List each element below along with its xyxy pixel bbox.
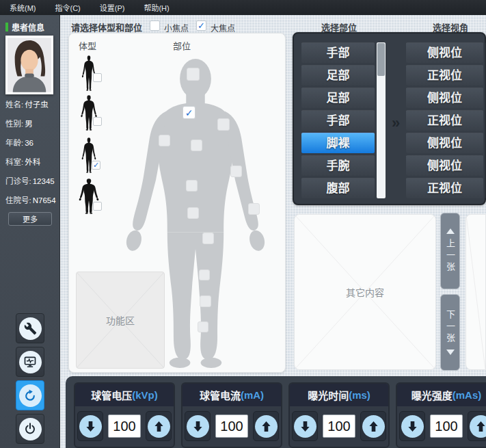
reset-button[interactable]	[16, 380, 44, 410]
exposure-time-decrease-button[interactable]	[292, 411, 318, 441]
next-image-button[interactable]: 下一张	[440, 294, 460, 371]
arrow-down-icon	[401, 415, 424, 438]
small-focus-label: 小焦点	[164, 22, 189, 34]
power-button[interactable]	[16, 414, 44, 444]
side-content-box	[465, 214, 486, 370]
unit-label: (mAs)	[453, 389, 482, 401]
part-point-pelvis[interactable]	[187, 207, 199, 219]
tube-current-decrease-button[interactable]	[185, 411, 211, 441]
part-item[interactable]: 手腕	[301, 155, 375, 176]
body-type-1-checkbox[interactable]	[93, 73, 102, 82]
function-area-box: 功能区	[76, 272, 165, 369]
part-point-knee[interactable]	[199, 269, 210, 280]
tube-current-value[interactable]	[215, 414, 248, 438]
large-focus-label: 大焦点	[211, 22, 235, 34]
part-list-scrollbar-thumb[interactable]	[377, 43, 385, 76]
exposure-time-title: 曝光时间(ms)	[290, 384, 388, 406]
tube-current-increase-button[interactable]	[253, 411, 279, 441]
part-point-abdomen[interactable]	[186, 180, 198, 192]
part-point-ankle[interactable]	[198, 321, 208, 332]
menu-item-settings[interactable]: 设置(P)	[90, 2, 135, 13]
part-point-thigh[interactable]	[202, 233, 214, 244]
body-type-label: 体型	[79, 39, 96, 52]
view-item[interactable]: 侧视位	[406, 133, 483, 153]
view-item[interactable]: 正视位	[406, 178, 483, 198]
part-item[interactable]: 手部	[301, 42, 375, 63]
body-type-2-checkbox[interactable]	[93, 117, 102, 126]
part-point-left-elbow[interactable]	[230, 166, 242, 177]
patient-info-sidebar: 患者信息 姓名:付子虫 性别:男 年龄:36 科室:外科 门诊号:12345 住…	[0, 15, 60, 448]
menu-item-help[interactable]: 帮助(H)	[134, 2, 178, 13]
exposure-time-increase-button[interactable]	[360, 411, 386, 441]
exposure-intensity-panel: 曝光强度(mAs)	[396, 382, 486, 448]
tube-current-title: 球管电流(mA)	[183, 384, 281, 406]
menu-item-command[interactable]: 指令(C)	[46, 2, 90, 13]
part-point-right-arm[interactable]	[159, 135, 170, 146]
placeholder-cross-lines	[466, 215, 485, 369]
arrow-up-icon	[148, 415, 170, 438]
wrench-button[interactable]	[16, 313, 44, 343]
reset-icon	[19, 384, 42, 407]
large-focus-checkbox[interactable]: ✓	[196, 21, 206, 31]
part-point-shin[interactable]	[200, 295, 211, 307]
other-content-box: 其它内容	[294, 214, 436, 370]
part-point-head[interactable]	[187, 68, 200, 81]
exposure-intensity-title: 曝光强度(mAs)	[397, 384, 486, 406]
small-focus-checkbox[interactable]	[150, 21, 160, 31]
unit-label: (ms)	[349, 389, 370, 401]
tool-buttons	[16, 313, 44, 447]
triangle-up-icon	[446, 228, 455, 234]
part-list: 手部 足部 足部 手部 脚裸 手腕 腹部	[301, 42, 375, 200]
section-indicator	[5, 23, 8, 31]
part-point-sternum[interactable]	[191, 140, 202, 151]
patient-portrait-image	[8, 38, 51, 92]
menu-item-system[interactable]: 系统(M)	[0, 2, 46, 13]
arrow-up-icon	[255, 415, 278, 438]
application-window: 系统(M) 指令(C) 设置(P) 帮助(H) 患者信息 姓名:付子虫 性别:男…	[0, 0, 486, 448]
monitor-button[interactable]	[16, 347, 44, 377]
view-item[interactable]: 侧视位	[406, 155, 483, 176]
patient-info-title: 患者信息	[12, 21, 44, 33]
previous-image-button[interactable]: 上一张	[440, 213, 460, 289]
part-item[interactable]: 腹部	[301, 178, 375, 198]
part-item[interactable]: 足部	[301, 88, 375, 108]
function-area-label: 功能区	[77, 272, 164, 368]
double-chevron-right-icon: »	[392, 114, 400, 132]
view-item[interactable]: 侧视位	[406, 88, 483, 108]
tube-voltage-panel: 球管电压(kVp)	[74, 382, 175, 448]
exposure-time-value[interactable]	[323, 414, 355, 438]
exposure-time-panel: 曝光时间(ms)	[288, 382, 390, 448]
previous-image-label: 上一张	[444, 239, 457, 274]
exposure-intensity-increase-button[interactable]	[468, 411, 486, 441]
body-part-label: 部位	[173, 39, 191, 52]
patient-age-row: 年龄:36	[5, 137, 60, 148]
tube-current-panel: 球管电流(mA)	[181, 382, 282, 448]
body-type-4-checkbox[interactable]	[93, 202, 102, 211]
part-list-scrollbar[interactable]	[377, 42, 386, 198]
exposure-parameters-bar: 球管电压(kVp) 球管电流(mA) 曝光时间(ms)	[66, 376, 486, 448]
tube-voltage-increase-button[interactable]	[146, 411, 172, 441]
other-content-label: 其它内容	[295, 215, 435, 369]
part-item-selected[interactable]: 脚裸	[301, 133, 375, 153]
part-item[interactable]: 足部	[301, 65, 375, 85]
check-icon: ✓	[198, 21, 205, 31]
view-item[interactable]: 侧视位	[406, 42, 483, 63]
patient-photo	[5, 36, 53, 94]
part-point-chest-checked[interactable]: ✓	[183, 106, 195, 119]
tube-voltage-decrease-button[interactable]	[77, 411, 103, 441]
body-type-3-checkbox[interactable]: ✓	[92, 161, 100, 170]
check-icon: ✓	[93, 161, 99, 170]
view-list: 侧视位 正视位 侧视位 正视位 侧视位 侧视位 正视位	[406, 42, 483, 200]
tube-voltage-value[interactable]	[108, 414, 141, 438]
part-point-left-hand[interactable]	[248, 203, 260, 215]
part-point-left-shoulder[interactable]	[217, 118, 230, 131]
arrow-down-icon	[187, 415, 209, 438]
patient-info-header: 患者信息	[5, 21, 44, 33]
view-item[interactable]: 正视位	[406, 110, 483, 131]
patient-outpatient-no-row: 门诊号:12345	[5, 175, 60, 186]
exposure-intensity-decrease-button[interactable]	[399, 411, 425, 441]
part-item[interactable]: 手部	[301, 110, 375, 131]
view-item[interactable]: 正视位	[406, 65, 483, 85]
more-button[interactable]: 更多	[8, 212, 52, 226]
exposure-intensity-value[interactable]	[430, 414, 463, 438]
